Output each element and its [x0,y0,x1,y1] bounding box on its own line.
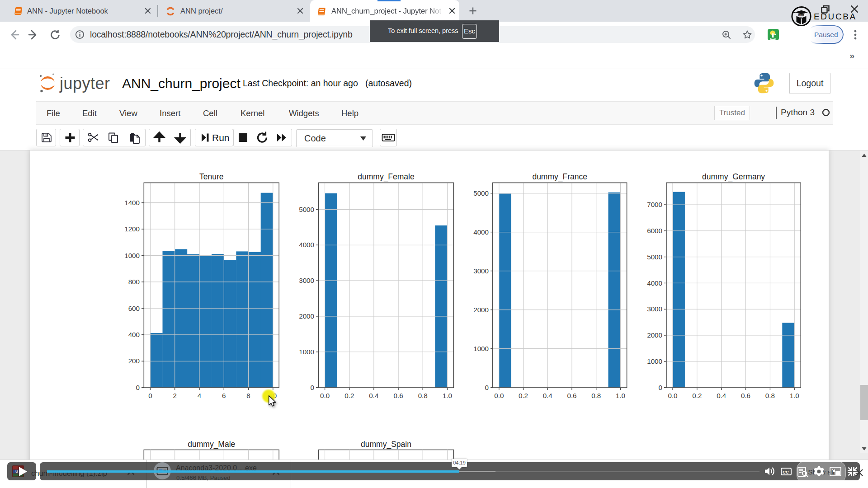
svg-text:2000: 2000 [299,312,314,320]
svg-text:6000: 6000 [647,227,662,235]
svg-text:dummy_Male: dummy_Male [188,440,235,449]
svg-text:0.0: 0.0 [494,392,504,399]
svg-text:0.2: 0.2 [519,392,528,399]
svg-text:1.0: 1.0 [790,392,799,399]
svg-text:3000: 3000 [473,267,489,275]
svg-text:dummy_France: dummy_France [532,172,587,182]
svg-text:800: 800 [128,278,140,286]
svg-text:0: 0 [485,384,489,391]
svg-text:0.6: 0.6 [567,392,576,399]
svg-text:2000: 2000 [473,306,489,314]
svg-text:0.6: 0.6 [394,392,403,399]
svg-text:0.8: 0.8 [765,392,775,399]
svg-text:1.0: 1.0 [443,392,452,399]
svg-text:0: 0 [311,384,314,391]
svg-text:6: 6 [222,392,226,399]
svg-text:3000: 3000 [299,277,314,284]
svg-text:5000: 5000 [473,189,489,197]
svg-text:7000: 7000 [647,201,662,208]
svg-text:u: u [15,469,18,474]
svg-text:600: 600 [128,305,140,312]
svg-text:200: 200 [128,357,140,365]
svg-text:0.6: 0.6 [741,392,750,399]
svg-text:8: 8 [246,392,250,399]
svg-text:2000: 2000 [647,331,662,339]
svg-text:1000: 1000 [299,348,314,356]
svg-text:0.0: 0.0 [320,392,330,399]
svg-text:4000: 4000 [473,228,489,236]
svg-text:Tenure: Tenure [199,172,224,181]
svg-text:0.4: 0.4 [543,392,552,399]
svg-text:EDUCBA: EDUCBA [799,14,807,16]
svg-text:1000: 1000 [473,345,489,352]
svg-text:4: 4 [198,392,201,399]
svg-text:1.0: 1.0 [616,392,625,399]
svg-text:0: 0 [148,392,152,399]
svg-text:0: 0 [136,384,140,391]
svg-text:0.2: 0.2 [692,392,702,399]
svg-text:0.4: 0.4 [369,392,378,399]
svg-text:5000: 5000 [299,206,314,213]
svg-text:3000: 3000 [647,305,662,313]
svg-text:dummy_Spain: dummy_Spain [361,440,411,449]
svg-text:1000: 1000 [647,357,662,365]
svg-text:1400: 1400 [124,199,140,206]
svg-text:4000: 4000 [299,241,314,249]
svg-text:5000: 5000 [647,253,662,261]
svg-text:CC: CC [783,469,789,474]
svg-text:1200: 1200 [124,225,140,233]
svg-text:4000: 4000 [647,279,662,287]
svg-text:0.2: 0.2 [344,392,354,399]
svg-text:0.0: 0.0 [668,392,677,399]
svg-text:0.4: 0.4 [717,392,726,399]
svg-text:dummy_Germany: dummy_Germany [702,172,765,182]
svg-text:1000: 1000 [124,252,140,259]
svg-text:0.8: 0.8 [418,392,428,399]
svg-text:dummy_Female: dummy_Female [358,172,414,182]
svg-text:0: 0 [659,384,662,391]
svg-text:0.8: 0.8 [591,392,601,399]
svg-text:2: 2 [173,392,176,399]
svg-text:400: 400 [128,331,140,338]
